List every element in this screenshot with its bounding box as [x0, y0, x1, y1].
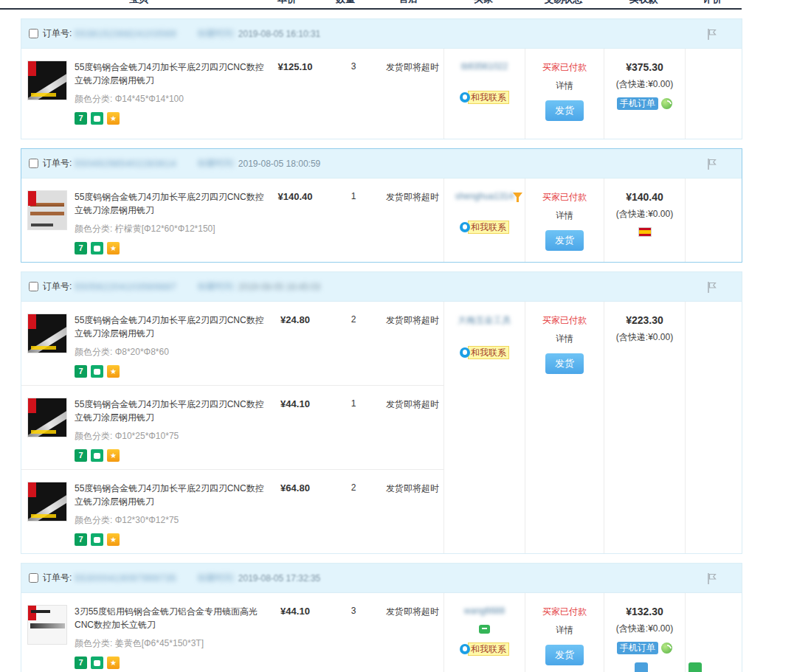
detail-link[interactable]: 详情	[525, 624, 604, 637]
status-cell: 买家已付款 详情 发货	[525, 302, 604, 553]
orders-table-header: 宝贝 单价 数量 售后 买家 交易状态 实收款 评价	[0, 0, 742, 10]
service-icons: 7 ★	[75, 657, 265, 669]
product-title-link[interactable]: 55度钨钢合金铣刀4刃加长平底2刃四刃CNC数控立铣刀涂层钢用铣刀	[75, 314, 265, 340]
product-title-link[interactable]: 3刃55度铝用钨钢合金铣刀铝合金专用镜面高光CNC数控加长立铣刀	[75, 605, 265, 631]
ship-button[interactable]: 发货	[545, 230, 584, 251]
contact-me-label: 和我联系	[468, 642, 509, 656]
amount-cell: ¥140.40 (含快递:¥0.00)	[604, 179, 685, 262]
consumer-protection-icon	[91, 449, 103, 462]
chat-bubble-icon[interactable]	[479, 625, 490, 634]
order-header: 订单号: 550492985402283614 创建时间: 2019-08-05…	[21, 149, 742, 179]
credit-medal-icon: ★	[107, 657, 120, 669]
color-label: 颜色分类:	[75, 347, 112, 357]
image-ribbon	[28, 398, 36, 413]
filter-icon[interactable]	[513, 193, 522, 202]
contact-me-label: 和我联系	[468, 346, 509, 359]
contact-me-badge[interactable]: 和我联系	[460, 221, 509, 234]
col-header-status: 交易状态	[524, 0, 603, 5]
aftersale-status: 发货即将超时	[382, 60, 444, 131]
wangwang-icon	[460, 92, 470, 103]
contact-me-badge[interactable]: 和我联系	[460, 91, 509, 104]
order-no-label: 订单号:	[43, 572, 72, 584]
product-image[interactable]	[27, 60, 67, 100]
order-card: 订单号: 553000419097999735 创建时间: 2019-08-05…	[21, 563, 742, 672]
order-item-row: 55度钨钢合金铣刀4刃加长平底2刃四刃CNC数控立铣刀涂层钢用铣刀 颜色分类: …	[21, 302, 444, 385]
quantity: 1	[325, 398, 382, 462]
partial-green-icon	[689, 662, 702, 672]
buyer-name[interactable]: 大梅五金工具	[458, 314, 511, 327]
col-header-rating: 评价	[684, 0, 741, 5]
shipping-note: (含快递:¥0.00)	[604, 331, 685, 344]
col-header-price: 单价	[257, 0, 317, 5]
shipping-note: (含快递:¥0.00)	[604, 208, 685, 221]
status-cell: 买家已付款 详情 发货	[525, 179, 604, 262]
credit-medal-icon: ★	[107, 365, 120, 378]
col-header-product: 宝贝	[21, 0, 257, 5]
product-title-link[interactable]: 55度钨钢合金铣刀4刃加长平底2刃四刃CNC数控立铣刀涂层钢用铣刀	[75, 60, 265, 87]
color-value: Φ14*45*Φ14*100	[115, 94, 184, 104]
buyer-name[interactable]: wang6688	[464, 606, 505, 616]
order-select-checkbox[interactable]	[29, 29, 38, 38]
product-title-link[interactable]: 55度钨钢合金铣刀4刃加长平底2刃四刃CNC数控立铣刀涂层钢用铣刀	[75, 190, 265, 217]
color-label: 颜色分类:	[75, 638, 112, 648]
flag-icon[interactable]	[706, 28, 718, 41]
image-ribbon	[28, 314, 36, 329]
product-image[interactable]	[27, 190, 67, 230]
status-cell: 买家已付款 详情 发货	[525, 593, 604, 672]
service-icons: 7 ★	[75, 242, 265, 254]
flag-icon[interactable]	[706, 572, 718, 585]
contact-me-badge[interactable]: 和我联系	[460, 642, 509, 656]
ship-button[interactable]: 发货	[545, 353, 584, 374]
order-header: 订单号: 550562204103569887 创建时间: 2019-08-05…	[21, 272, 742, 302]
detail-link[interactable]: 详情	[525, 333, 604, 345]
contact-me-badge[interactable]: 和我联系	[460, 346, 509, 359]
green-globe-icon	[661, 642, 672, 654]
detail-link[interactable]: 详情	[525, 80, 604, 92]
rating-cell	[685, 179, 742, 262]
contact-me-label: 和我联系	[468, 91, 509, 104]
product-title-link[interactable]: 55度钨钢合金铣刀4刃加长平底2刃四刃CNC数控立铣刀涂层钢用铣刀	[75, 482, 265, 508]
service-icons: 7 ★	[75, 365, 265, 378]
aftersale-status: 发货即将超时	[382, 398, 444, 462]
quantity: 3	[325, 605, 382, 672]
order-select-checkbox[interactable]	[29, 159, 38, 168]
color-value: 柠檬黄[Φ12*60*Φ12*150]	[115, 224, 215, 234]
order-no-label: 订单号:	[43, 27, 72, 40]
amount-cell: ¥132.30 (含快递:¥0.00) 手机订单	[604, 593, 685, 672]
buyer-name[interactable]: shenghua1314	[455, 191, 514, 201]
consumer-protection-icon	[91, 242, 103, 254]
wangwang-icon	[460, 347, 470, 358]
mobile-order-badge: 手机订单	[617, 97, 658, 110]
paid-status: 买家已付款	[525, 314, 604, 327]
shipping-note: (含快递:¥0.00)	[604, 623, 685, 635]
unit-price: ¥44.10	[265, 398, 325, 462]
order-item-row: 55度钨钢合金铣刀4刃加长平底2刃四刃CNC数控立铣刀涂层钢用铣刀 颜色分类: …	[21, 469, 444, 553]
ship-button[interactable]: 发货	[545, 645, 584, 665]
flag-icon[interactable]	[706, 158, 718, 170]
col-header-amount: 实收款	[603, 0, 684, 5]
detail-link[interactable]: 详情	[525, 209, 604, 222]
col-header-aftersale: 售后	[373, 0, 443, 5]
order-select-checkbox[interactable]	[29, 573, 38, 583]
aftersale-status: 发货即将超时	[382, 605, 444, 672]
credit-medal-icon: ★	[107, 533, 120, 546]
flag-icon[interactable]	[706, 281, 718, 294]
buyer-name[interactable]: tb93561022	[461, 61, 508, 72]
consumer-protection-icon	[91, 112, 103, 125]
product-image[interactable]	[27, 398, 67, 437]
order-select-checkbox[interactable]	[29, 282, 38, 291]
product-title-link[interactable]: 55度钨钢合金铣刀4刃加长平底2刃四刃CNC数控立铣刀涂层钢用铣刀	[75, 398, 265, 424]
color-label: 颜色分类:	[75, 224, 112, 234]
order-no-value: 550492985402283614	[75, 159, 176, 169]
sku-line: 颜色分类: Φ12*30*Φ12*75	[75, 514, 265, 527]
sku-line: 颜色分类: Φ8*20*Φ8*60	[75, 346, 265, 358]
order-no-label: 订单号:	[43, 280, 72, 293]
created-value: 2019-08-05 18:00:59	[238, 159, 320, 169]
rating-cell	[685, 49, 742, 139]
product-image[interactable]	[27, 482, 67, 522]
product-image[interactable]	[27, 314, 67, 353]
wangwang-icon	[460, 644, 470, 654]
partial-blue-icon	[635, 662, 648, 672]
ship-button[interactable]: 发货	[545, 100, 584, 121]
product-image[interactable]	[27, 605, 67, 645]
